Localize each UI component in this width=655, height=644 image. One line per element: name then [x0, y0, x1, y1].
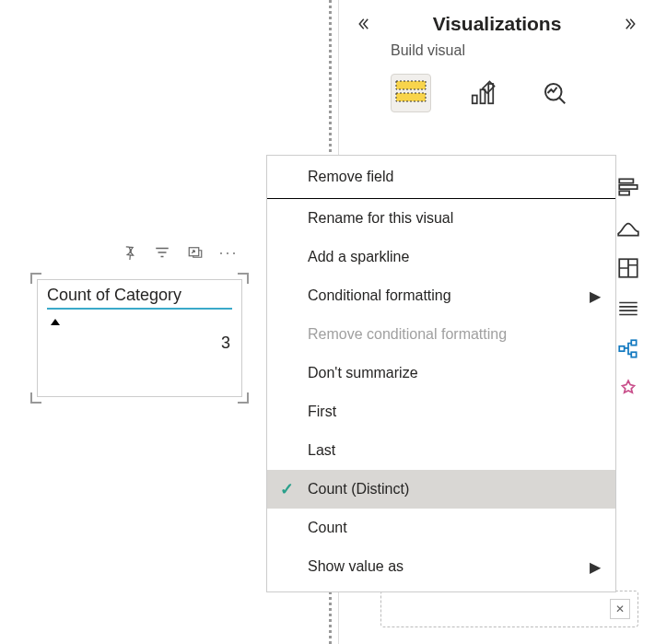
menu-conditional-formatting[interactable]: Conditional formatting ▶ — [267, 276, 615, 315]
svg-rect-11 — [619, 346, 624, 351]
pane-title: Visualizations — [433, 13, 562, 35]
menu-first[interactable]: First — [267, 392, 615, 431]
visual-column-header[interactable]: Count of Category — [47, 286, 232, 310]
menu-count-distinct[interactable]: ✓ Count (Distinct) — [267, 470, 615, 509]
svg-rect-9 — [619, 191, 629, 194]
svg-rect-8 — [619, 185, 637, 189]
menu-dont-summarize[interactable]: Don't summarize — [267, 354, 615, 392]
visual-title: Count of Category — [47, 286, 181, 305]
analytics-tab[interactable] — [534, 74, 575, 112]
svg-rect-3 — [473, 96, 477, 104]
more-options-icon[interactable]: ··· — [219, 243, 238, 262]
menu-count[interactable]: Count — [267, 509, 615, 547]
field-context-menu: Remove field Rename for this visual Add … — [266, 155, 616, 592]
menu-conditional-formatting-label: Conditional formatting — [308, 287, 451, 303]
viz-custom-icon[interactable] — [614, 376, 642, 404]
menu-sparkline[interactable]: Add a sparkline — [267, 238, 615, 276]
visual-toolbar: ··· — [120, 243, 238, 262]
svg-rect-13 — [631, 352, 636, 357]
expand-pane-right-icon[interactable] — [620, 13, 642, 35]
submenu-caret-icon: ▶ — [590, 287, 601, 305]
menu-remove-field[interactable]: Remove field — [267, 156, 615, 199]
viz-decomposition-icon[interactable] — [614, 335, 642, 363]
menu-show-value-as[interactable]: Show value as ▶ — [267, 547, 615, 586]
format-visual-tab[interactable] — [462, 74, 503, 112]
svg-rect-5 — [488, 84, 493, 103]
menu-rename[interactable]: Rename for this visual — [267, 199, 615, 238]
card-visual[interactable]: Count of Category 3 — [31, 274, 248, 403]
visualization-gallery — [614, 173, 646, 404]
viz-table-icon[interactable] — [614, 295, 642, 322]
pane-subtitle: Build visual — [339, 41, 655, 68]
filter-icon[interactable] — [153, 243, 171, 262]
visual-value: 3 — [47, 328, 232, 358]
viz-ribbon-icon[interactable] — [614, 214, 642, 241]
build-tabs — [339, 68, 655, 123]
remove-field-button[interactable]: ✕ — [610, 599, 630, 619]
menu-show-value-as-label: Show value as — [308, 558, 404, 574]
focus-mode-icon[interactable] — [186, 243, 205, 262]
viz-treemap-icon[interactable] — [614, 254, 642, 282]
svg-rect-1 — [396, 81, 426, 89]
submenu-caret-icon: ▶ — [590, 558, 601, 576]
check-icon: ✓ — [280, 479, 294, 499]
collapse-pane-left-icon[interactable] — [352, 13, 374, 35]
svg-rect-2 — [396, 93, 426, 101]
menu-count-distinct-label: Count (Distinct) — [308, 481, 409, 497]
sort-asc-icon[interactable] — [51, 319, 60, 325]
visual-content: Count of Category 3 — [37, 279, 242, 397]
pin-icon[interactable] — [120, 243, 138, 262]
svg-rect-12 — [631, 340, 636, 345]
viz-stacked-bar-icon[interactable] — [614, 173, 642, 201]
menu-remove-conditional: Remove conditional formatting — [267, 315, 615, 354]
build-visual-tab[interactable] — [391, 74, 431, 112]
svg-rect-4 — [481, 89, 485, 103]
field-drop-area[interactable]: ✕ — [380, 591, 638, 627]
menu-last[interactable]: Last — [267, 431, 615, 470]
svg-rect-7 — [619, 179, 633, 182]
